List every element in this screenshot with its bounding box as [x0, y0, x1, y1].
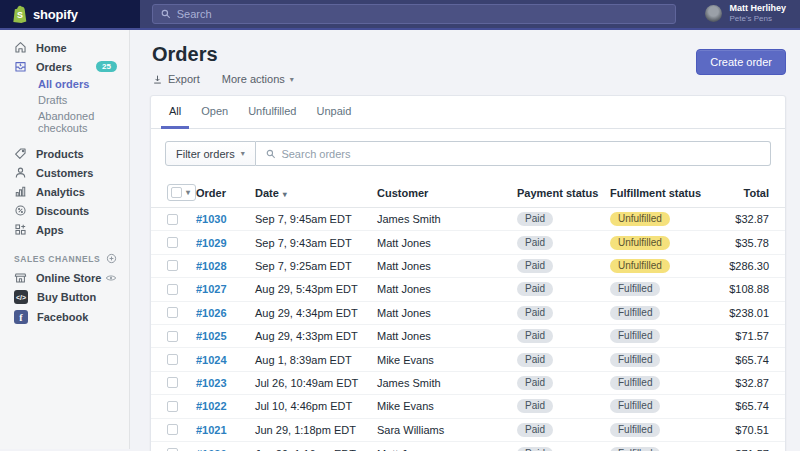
column-header-order[interactable]: Order — [196, 187, 255, 199]
sidebar-item-facebook[interactable]: f Facebook — [0, 307, 129, 327]
column-header-total[interactable]: Total — [722, 187, 785, 199]
order-link[interactable]: #1026 — [196, 307, 227, 319]
sidebar-item-products[interactable]: Products — [0, 144, 129, 163]
select-all-checkbox[interactable] — [171, 187, 182, 198]
table-row[interactable]: #1022 Jul 10, 4:46pm EDT Mike Evans Paid… — [151, 395, 785, 418]
row-checkbox[interactable] — [167, 424, 178, 435]
row-checkbox[interactable] — [167, 214, 178, 225]
payment-status-badge: Paid — [517, 282, 553, 296]
search-orders-input[interactable] — [281, 148, 760, 160]
tab-unpaid[interactable]: Unpaid — [308, 96, 359, 129]
topbar: S shopify Matt Herlihey Pete's Pens — [0, 0, 800, 30]
table-row[interactable]: #1029 Sep 7, 9:43am EDT Matt Jones Paid … — [151, 231, 785, 254]
fulfillment-status-badge: Fulfilled — [610, 329, 660, 343]
order-total: $32.87 — [722, 213, 785, 225]
row-checkbox[interactable] — [167, 354, 178, 365]
sidebar-item-customers[interactable]: Customers — [0, 163, 129, 182]
order-link[interactable]: #1028 — [196, 260, 227, 272]
orders-count-badge: 25 — [96, 61, 117, 72]
table-row[interactable]: #1027 Aug 29, 5:43pm EDT Matt Jones Paid… — [151, 278, 785, 301]
search-icon — [161, 9, 171, 19]
tab-bar: All Open Unfulfilled Unpaid — [151, 96, 785, 129]
order-link[interactable]: #1023 — [196, 377, 227, 389]
row-checkbox[interactable] — [167, 331, 178, 342]
fulfillment-status-badge: Unfulfilled — [610, 259, 670, 273]
order-link[interactable]: #1024 — [196, 354, 227, 366]
sidebar-item-analytics[interactable]: Analytics — [0, 182, 129, 201]
column-header-customer[interactable]: Customer — [377, 187, 517, 199]
sidebar-item-orders[interactable]: Orders 25 — [0, 57, 129, 76]
sidebar-item-discounts[interactable]: Discounts — [0, 201, 129, 220]
export-button[interactable]: Export — [152, 73, 200, 85]
row-checkbox[interactable] — [167, 307, 178, 318]
orders-card: All Open Unfulfilled Unpaid Filter order… — [150, 95, 786, 451]
order-customer: James Smith — [377, 213, 517, 225]
order-link[interactable]: #1027 — [196, 283, 227, 295]
row-checkbox[interactable] — [167, 401, 178, 412]
order-customer: Matt Jones — [377, 330, 517, 342]
order-customer: Matt Jones — [377, 237, 517, 249]
search-orders-field[interactable] — [256, 141, 771, 166]
order-link[interactable]: #1021 — [196, 424, 227, 436]
order-link[interactable]: #1025 — [196, 330, 227, 342]
fulfillment-status-badge: Fulfilled — [610, 282, 660, 296]
filter-orders-button[interactable]: Filter orders ▾ — [165, 141, 256, 166]
user-name: Matt Herlihey — [729, 3, 786, 14]
plus-circle-icon — [106, 253, 117, 264]
order-total: $35.78 — [722, 237, 785, 249]
analytics-icon — [14, 185, 27, 198]
payment-status-badge: Paid — [517, 399, 553, 413]
order-link[interactable]: #1030 — [196, 213, 227, 225]
row-checkbox[interactable] — [167, 284, 178, 295]
table-row[interactable]: #1026 Aug 29, 4:34pm EDT Matt Jones Paid… — [151, 302, 785, 325]
add-sales-channel-button[interactable] — [106, 253, 117, 264]
search-icon — [266, 149, 276, 159]
column-header-payment-status[interactable]: Payment status — [517, 187, 610, 199]
user-store: Pete's Pens — [729, 14, 786, 23]
select-all-control[interactable]: ▾ — [167, 184, 196, 201]
payment-status-badge: Paid — [517, 212, 553, 226]
table-row[interactable]: #1020 Jun 29, 1:16pm EDT Matt Jones Paid… — [151, 442, 785, 451]
column-header-date[interactable]: Date▾ — [255, 187, 377, 199]
order-date: Sep 7, 9:43am EDT — [255, 237, 377, 249]
row-checkbox[interactable] — [167, 260, 178, 271]
sidebar-subitem-abandoned-checkouts[interactable]: Abandoned checkouts — [0, 108, 129, 136]
sort-caret-icon: ▾ — [283, 190, 287, 199]
sidebar-item-apps[interactable]: Apps — [0, 220, 129, 239]
sidebar-subitem-drafts[interactable]: Drafts — [0, 92, 129, 108]
tab-unfulfilled[interactable]: Unfulfilled — [240, 96, 304, 129]
table-row[interactable]: #1023 Jul 26, 10:49am EDT James Smith Pa… — [151, 372, 785, 395]
row-checkbox[interactable] — [167, 237, 178, 248]
view-store-button[interactable] — [105, 272, 117, 284]
table-row[interactable]: #1021 Jun 29, 1:18pm EDT Sara Williams P… — [151, 419, 785, 442]
table-row[interactable]: #1025 Aug 29, 4:33pm EDT Matt Jones Paid… — [151, 325, 785, 348]
sidebar-item-buy-button[interactable]: </> Buy Button — [0, 287, 129, 307]
order-link[interactable]: #1020 — [196, 448, 227, 451]
global-search[interactable] — [152, 4, 676, 24]
fulfillment-status-badge: Unfulfilled — [610, 236, 670, 250]
fulfillment-status-badge: Unfulfilled — [610, 212, 670, 226]
sidebar-item-online-store[interactable]: Online Store — [0, 268, 129, 287]
table-row[interactable]: #1030 Sep 7, 9:45am EDT James Smith Paid… — [151, 208, 785, 231]
sidebar-item-home[interactable]: Home — [0, 38, 129, 57]
table-row[interactable]: #1028 Sep 7, 9:25am EDT Matt Jones Paid … — [151, 255, 785, 278]
sidebar-subitem-all-orders[interactable]: All orders — [0, 76, 129, 92]
create-order-button[interactable]: Create order — [696, 49, 786, 75]
table-row[interactable]: #1024 Aug 1, 8:39am EDT Mike Evans Paid … — [151, 348, 785, 371]
payment-status-badge: Paid — [517, 306, 553, 320]
order-link[interactable]: #1029 — [196, 237, 227, 249]
tab-open[interactable]: Open — [193, 96, 236, 129]
tab-all[interactable]: All — [161, 96, 189, 129]
more-actions-button[interactable]: More actions ▾ — [222, 73, 294, 85]
shopify-logo[interactable]: S shopify — [0, 0, 140, 28]
order-link[interactable]: #1022 — [196, 400, 227, 412]
payment-status-badge: Paid — [517, 447, 553, 451]
column-header-fulfillment-status[interactable]: Fulfillment status — [610, 187, 722, 199]
row-checkbox[interactable] — [167, 377, 178, 388]
order-date: Sep 7, 9:45am EDT — [255, 213, 377, 225]
brand-wordmark: shopify — [33, 7, 78, 22]
home-icon — [14, 41, 27, 54]
eye-icon — [105, 272, 117, 284]
global-search-input[interactable] — [177, 8, 667, 20]
user-menu[interactable]: Matt Herlihey Pete's Pens — [705, 3, 786, 23]
